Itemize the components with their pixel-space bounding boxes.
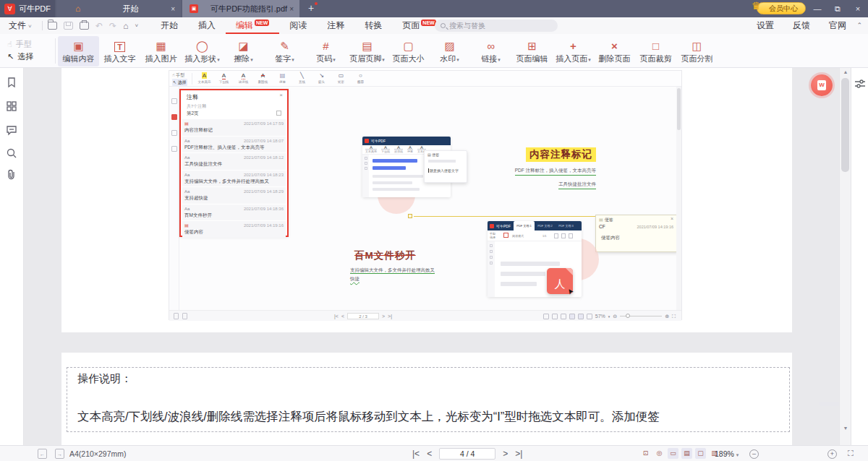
- mini-tool: 下划线: [381, 146, 390, 153]
- sign-icon: [280, 39, 289, 53]
- ribbon-button[interactable]: 页眉页脚▾: [346, 36, 388, 66]
- tool-ellipse-icon: [351, 72, 370, 79]
- hand-tool[interactable]: ☝手型: [7, 38, 33, 51]
- strikethrough-title: 百M文件秒开: [350, 249, 420, 262]
- annotation-list-item: 2021/07/09 14:18:07 PDF注释标注、插入便签，文本高亮等: [182, 137, 286, 153]
- ribbon-button[interactable]: 擦除▾: [223, 36, 264, 66]
- single-page-icon[interactable]: ▢: [695, 448, 706, 459]
- note-connector-line: [414, 216, 595, 217]
- page-indicator-input[interactable]: [439, 448, 495, 460]
- menubar-link[interactable]: 设置: [757, 17, 774, 34]
- bookmark-icon[interactable]: [6, 77, 17, 91]
- pdf-to-word-float-button[interactable]: W: [811, 74, 833, 96]
- actual-size-icon[interactable]: ⊡: [640, 448, 651, 459]
- thumbnails-icon[interactable]: [6, 100, 17, 115]
- prev-page-button[interactable]: <: [427, 449, 432, 459]
- search-icon[interactable]: [6, 147, 17, 162]
- new-tab-button[interactable]: +: [304, 2, 318, 15]
- close-button[interactable]: ×: [848, 0, 868, 17]
- ribbon-button[interactable]: 插入文字▾: [99, 36, 140, 66]
- first-page-icon: |<: [334, 314, 339, 319]
- redo-icon[interactable]: ↷: [109, 21, 116, 31]
- insert-shape-icon: [196, 39, 208, 53]
- tab-home[interactable]: ⌂ 开始 ×: [56, 0, 181, 17]
- zoom-in-button[interactable]: +: [827, 449, 837, 459]
- more-icon[interactable]: ˅: [135, 22, 138, 29]
- vertical-scrollbar[interactable]: ▲ ▼: [839, 68, 851, 445]
- pdf-file-icon: ▣: [190, 4, 198, 13]
- menubar-link[interactable]: 反馈: [793, 17, 810, 34]
- first-page-button[interactable]: |<: [412, 449, 420, 459]
- menu-tab[interactable]: 注释: [317, 17, 354, 34]
- scroll-down-icon[interactable]: ▼: [840, 426, 851, 431]
- select-tool[interactable]: ↖选择: [7, 51, 33, 63]
- fit-width-icon[interactable]: ▭: [668, 448, 678, 459]
- next-page-icon[interactable]: →: [55, 449, 64, 459]
- menubar: 文件˅ ↶ ↷ ⌂ ˅ 开始 插入 编辑NEW 阅读: [0, 17, 868, 34]
- menu-tab[interactable]: 插入: [188, 17, 226, 34]
- tab-document[interactable]: ▣ 可牛PDF功能指引.pdf ×: [182, 0, 299, 17]
- scrollbar-thumb[interactable]: [841, 78, 849, 172]
- titlebar: ∀ 可牛PDF ⌂ 开始 × ▣ 可牛PDF功能指引.pdf × + ♛ 会员中…: [0, 0, 868, 17]
- last-page-button[interactable]: >|: [515, 449, 522, 459]
- page-size-label: A4(210×297mm): [69, 446, 127, 461]
- prev-page-icon: <: [341, 314, 344, 319]
- zoom-out-button[interactable]: –: [749, 449, 759, 459]
- ribbon-button[interactable]: 水印▾: [429, 36, 470, 66]
- collapse-ribbon-icon[interactable]: ⌃: [856, 17, 862, 34]
- menu-tab[interactable]: 编辑NEW: [226, 17, 279, 34]
- embedded-tool: 矩形: [331, 72, 351, 84]
- embedded-tool: 椭圆: [351, 72, 370, 84]
- attachment-icon[interactable]: [6, 169, 17, 184]
- scroll-up-icon[interactable]: ▲: [840, 69, 851, 74]
- adjust-panel-icon[interactable]: [854, 78, 866, 90]
- ribbon-button[interactable]: 页面大小▾: [388, 36, 429, 66]
- ribbon-button[interactable]: 插入图片▾: [140, 36, 182, 66]
- minimize-button[interactable]: —: [807, 0, 827, 17]
- prev-page-icon[interactable]: ←: [38, 449, 47, 459]
- comment-icon[interactable]: [6, 124, 17, 139]
- fit-page-icon[interactable]: ◎: [654, 448, 665, 459]
- next-page-button[interactable]: >: [503, 449, 508, 459]
- ribbon-button[interactable]: 页面编辑▾: [511, 36, 553, 66]
- fullscreen-button[interactable]: ⛶: [848, 449, 854, 458]
- embedded-annotation-panel: 注释 × 共7个注释 第2页 2021/07/09 14:17:59 内容注释标…: [179, 89, 289, 237]
- annotation-list-item: 2021/07/09 14:18:23 支持编辑大文件，多文件并行处理高效又: [182, 171, 286, 187]
- undo-icon[interactable]: ↶: [95, 21, 103, 31]
- ribbon-button[interactable]: 链接▾: [470, 36, 511, 66]
- hand-icon: ☝: [7, 40, 12, 49]
- chevron-down-icon: ▾: [250, 57, 253, 62]
- search-input[interactable]: [449, 22, 536, 30]
- restore-button[interactable]: ⧉: [827, 0, 848, 17]
- mini-doc-tab: PDF 文档 3: [556, 221, 576, 231]
- menu-tab[interactable]: 开始: [150, 17, 188, 34]
- chevron-down-icon: ▾: [588, 57, 591, 62]
- open-file-icon[interactable]: [48, 22, 57, 30]
- annotation-list-item: 2021/07/09 14:18:36 百M文件秒开: [182, 204, 286, 221]
- ribbon-button[interactable]: 删除页面▾: [594, 36, 635, 66]
- editable-text-block[interactable]: 操作说明： 文本高亮/下划线/波浪线/删除线需选择注释项后将鼠标移动到文本上，光…: [67, 367, 790, 432]
- file-menu-button[interactable]: 文件˅: [9, 17, 32, 35]
- ribbon-button[interactable]: 编辑内容▾: [58, 36, 99, 66]
- ribbon-button[interactable]: 页面裁剪▾: [635, 36, 676, 66]
- menu-tab[interactable]: 转换: [354, 17, 392, 34]
- menubar-link[interactable]: 官网: [829, 17, 846, 34]
- save-icon[interactable]: [64, 22, 73, 30]
- embedded-tool: 删除线: [253, 72, 273, 84]
- search-box[interactable]: [435, 20, 558, 32]
- chevron-down-icon: ▾: [498, 57, 501, 62]
- continuous-view-icon[interactable]: ▤: [681, 448, 692, 459]
- chevron-down-icon: ▾: [382, 57, 385, 62]
- ribbon-button[interactable]: 插入形状▾: [182, 36, 223, 66]
- ribbon-button[interactable]: 签字▾: [264, 36, 305, 66]
- print-icon[interactable]: [80, 22, 89, 30]
- ribbon-button[interactable]: 页码▾: [305, 36, 346, 66]
- close-tab-icon[interactable]: ×: [289, 5, 294, 13]
- zoom-level[interactable]: 189% ▾: [715, 446, 739, 461]
- menu-tab[interactable]: 阅读: [279, 17, 317, 34]
- ribbon-button[interactable]: 页面分割▾: [676, 36, 718, 66]
- home-icon[interactable]: ⌂: [123, 21, 128, 31]
- ribbon-button[interactable]: 插入页面▾: [553, 36, 594, 66]
- vip-member-button[interactable]: ♛ 会员中心: [757, 2, 806, 14]
- close-tab-icon[interactable]: ×: [171, 5, 175, 13]
